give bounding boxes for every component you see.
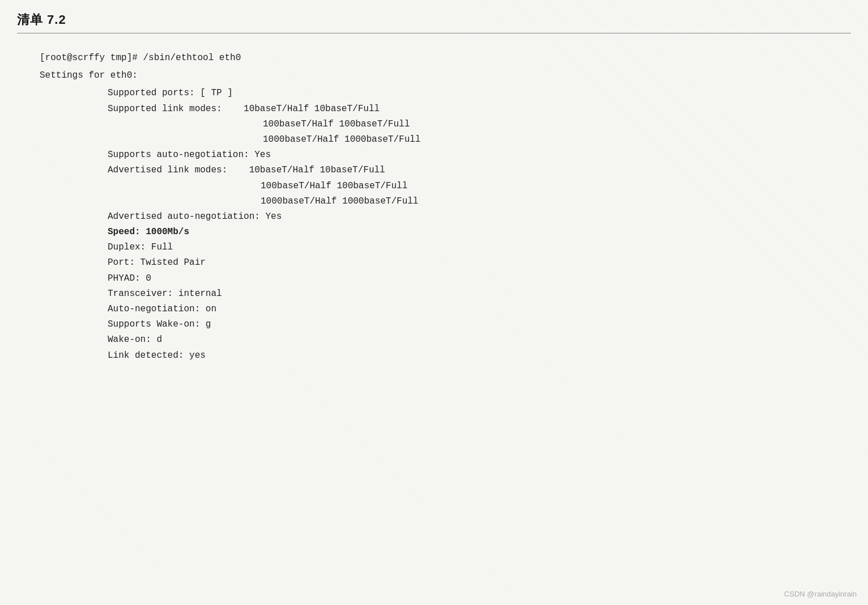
advertised-link-modes-3-text: 1000baseT/Half 1000baseT/Full	[261, 196, 418, 206]
link-detected-text: Link detected: yes	[108, 350, 206, 361]
line-advertised-auto-neg: Advertised auto-negotiation: Yes	[40, 209, 840, 225]
line-port: Port: Twisted Pair	[40, 255, 840, 270]
watermark: CSDN @raindayinrain	[784, 590, 857, 598]
line-wake-on: Wake-on: d	[40, 332, 840, 348]
command-text: [root@scrffy tmp]# /sbin/ethtool eth0	[40, 53, 241, 63]
line-transceiver: Transceiver: internal	[40, 286, 840, 302]
advertised-link-modes-label: Advertised link modes: 10baseT/Half 10ba…	[108, 165, 385, 175]
line-link-detected: Link detected: yes	[40, 348, 840, 363]
settings-header-text: Settings for eth0:	[40, 70, 138, 81]
transceiver-text: Transceiver: internal	[108, 289, 222, 299]
command-line: [root@scrffy tmp]# /sbin/ethtool eth0	[40, 50, 840, 66]
supports-auto-neg-text: Supports auto-negotiation: Yes	[108, 150, 271, 160]
port-text: Port: Twisted Pair	[108, 257, 206, 268]
title-section: 清单 7.2	[17, 11, 851, 33]
phyad-text: PHYAD: 0	[108, 273, 151, 284]
supported-link-modes-3-text: 1000baseT/Half 1000baseT/Full	[263, 134, 420, 145]
line-speed: Speed: 1000Mb/s	[40, 225, 840, 240]
line-auto-neg: Auto-negotiation: on	[40, 302, 840, 317]
line-duplex: Duplex: Full	[40, 240, 840, 255]
advertised-link-modes-2-text: 100baseT/Half 100baseT/Full	[261, 181, 407, 191]
duplex-text: Duplex: Full	[108, 242, 173, 252]
line-advertised-link-modes-2: 100baseT/Half 100baseT/Full	[40, 179, 840, 194]
content-wrapper: 清单 7.2 [root@scrffy tmp]# /sbin/ethtool …	[17, 11, 851, 375]
code-block: [root@scrffy tmp]# /sbin/ethtool eth0 Se…	[17, 45, 851, 375]
line-supported-link-modes-1: Supported link modes: 10baseT/Half 10bas…	[40, 101, 840, 117]
wake-on-text: Wake-on: d	[108, 335, 162, 345]
advertised-auto-neg-text: Advertised auto-negotiation: Yes	[108, 211, 282, 222]
line-supported-link-modes-2: 100baseT/Half 100baseT/Full	[40, 117, 840, 132]
page-container: 清单 7.2 [root@scrffy tmp]# /sbin/ethtool …	[0, 0, 868, 605]
speed-text: Speed: 1000Mb/s	[108, 227, 189, 237]
settings-header: Settings for eth0:	[40, 68, 840, 83]
line-advertised-link-modes-3: 1000baseT/Half 1000baseT/Full	[40, 194, 840, 209]
line-supported-ports: Supported ports: [ TP ]	[40, 86, 840, 101]
line-phyad: PHYAD: 0	[40, 271, 840, 286]
supports-wake-on-text: Supports Wake-on: g	[108, 319, 211, 329]
line-supports-wake-on: Supports Wake-on: g	[40, 317, 840, 332]
auto-neg-text: Auto-negotiation: on	[108, 304, 216, 314]
page-title: 清单 7.2	[17, 12, 66, 27]
line-supports-auto-neg: Supports auto-negotiation: Yes	[40, 147, 840, 163]
supported-link-modes-2-text: 100baseT/Half 100baseT/Full	[263, 119, 410, 129]
line-advertised-link-modes-1: Advertised link modes: 10baseT/Half 10ba…	[40, 163, 840, 178]
supported-link-modes-label: Supported link modes: 10baseT/Half 10bas…	[108, 104, 380, 114]
line-supported-link-modes-3: 1000baseT/Half 1000baseT/Full	[40, 132, 840, 147]
supported-ports-text: Supported ports: [ TP ]	[108, 88, 233, 98]
